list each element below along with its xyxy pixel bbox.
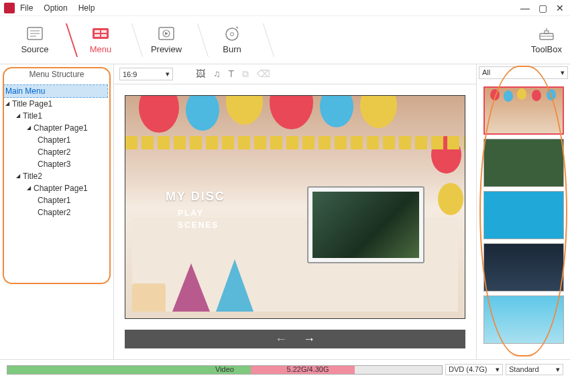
balloon-decoration: [320, 95, 353, 127]
text-tool-icon[interactable]: T: [229, 68, 235, 80]
disc-play-button[interactable]: PLAY: [178, 208, 204, 218]
maximize-button[interactable]: ▢: [536, 3, 549, 13]
balloon-decoration: [438, 183, 463, 215]
svg-point-13: [231, 33, 234, 36]
preview-icon: [157, 25, 176, 42]
tab-menu[interactable]: Menu: [74, 17, 127, 64]
music-tool-icon[interactable]: ♫: [213, 68, 221, 80]
sidebar-header: Menu Structure: [0, 67, 113, 84]
balloon-decoration: [226, 95, 263, 125]
template-thumbnail[interactable]: [483, 139, 564, 187]
status-bar: Video 5.22G/4.30G DVD (4.7G)▾ Standard▾: [0, 359, 570, 379]
template-thumbnail[interactable]: [483, 86, 564, 135]
tab-separator: [62, 17, 74, 64]
tree-title1[interactable]: ◢Title1: [16, 110, 108, 122]
svg-rect-7: [95, 34, 100, 37]
template-thumbnail[interactable]: [483, 243, 564, 291]
tree-title2[interactable]: ◢Title2: [16, 170, 108, 182]
balloon-decoration: [360, 95, 397, 128]
svg-rect-16: [545, 31, 549, 34]
tree-chapter-page1-2[interactable]: ◢Chapter Page1: [27, 182, 108, 194]
preview-nav: ← →: [125, 330, 465, 348]
template-thumbnail[interactable]: [483, 191, 564, 239]
template-panel: All▾: [476, 64, 570, 359]
tree-title-page1[interactable]: ◢Title Page1: [5, 98, 108, 110]
balloon-decoration: [139, 95, 179, 133]
tab-burn[interactable]: Burn: [205, 17, 259, 64]
burn-icon: [223, 25, 241, 42]
tree-chapter1-2[interactable]: Chapter1: [38, 194, 108, 206]
tab-separator: [193, 17, 205, 64]
template-thumbnail[interactable]: [483, 296, 564, 344]
tree-chapter2[interactable]: Chapter2: [38, 146, 108, 158]
svg-rect-6: [101, 30, 107, 33]
tree-chapter2-2[interactable]: Chapter2: [38, 206, 108, 218]
preview-toolbar: 16:9▾ 🖼 ♫ T ⧉ ⌫: [114, 64, 476, 84]
copy-tool-icon[interactable]: ⧉: [242, 68, 249, 80]
menu-option[interactable]: Option: [44, 3, 67, 13]
title-bar: File Option Help — ▢ ✕: [0, 0, 570, 16]
tab-preview-label: Preview: [151, 44, 182, 54]
aspect-ratio-select[interactable]: 16:9▾: [119, 68, 173, 80]
progress-size: 5.22G/4.30G: [287, 365, 329, 373]
preview-area: 16:9▾ 🖼 ♫ T ⧉ ⌫ MY DISC PLAY: [114, 64, 476, 359]
menu-help[interactable]: Help: [78, 3, 95, 13]
app-logo: [4, 3, 15, 13]
caret-icon: ◢: [27, 122, 32, 134]
toolbox-button[interactable]: ToolBox: [531, 25, 562, 54]
party-hat-decoration: [172, 263, 210, 312]
main-content: Menu Structure Main Menu ◢Title Page1 ◢T…: [0, 64, 570, 359]
tab-separator: [127, 17, 139, 64]
tree-chapter3[interactable]: Chapter3: [38, 158, 108, 170]
svg-rect-4: [93, 28, 109, 39]
tab-preview[interactable]: Preview: [139, 17, 193, 64]
caret-icon: ◢: [27, 182, 32, 194]
quality-select[interactable]: Standard▾: [506, 364, 563, 375]
prev-page-button[interactable]: ←: [275, 332, 287, 346]
chevron-down-icon: ▾: [496, 365, 500, 374]
cake-decoration: [132, 283, 166, 312]
disc-type-select[interactable]: DVD (4.7G)▾: [445, 364, 503, 375]
toolbox-icon: [537, 25, 556, 42]
svg-rect-5: [95, 30, 100, 33]
menu-structure-sidebar: Menu Structure Main Menu ◢Title Page1 ◢T…: [0, 64, 114, 359]
caret-icon: ◢: [5, 98, 11, 110]
image-tool-icon[interactable]: 🖼: [196, 68, 205, 80]
tree-main-menu[interactable]: Main Menu: [3, 84, 108, 98]
delete-tool-icon[interactable]: ⌫: [257, 68, 270, 80]
progress-label: Video: [215, 365, 234, 373]
close-button[interactable]: ✕: [554, 3, 566, 13]
tab-burn-label: Burn: [223, 44, 241, 54]
tab-source[interactable]: Source: [8, 17, 62, 64]
window-controls: — ▢ ✕: [519, 3, 566, 13]
template-filter-select[interactable]: All▾: [479, 66, 568, 79]
menu-file[interactable]: File: [20, 3, 33, 13]
menu-preview[interactable]: MY DISC PLAY SCENES: [125, 95, 465, 319]
minimize-button[interactable]: —: [519, 3, 531, 13]
caret-icon: ◢: [16, 170, 21, 182]
balloon-decoration: [270, 95, 313, 129]
tab-separator: [259, 17, 271, 64]
chevron-down-icon: ▾: [166, 70, 170, 78]
toolbox-label: ToolBox: [531, 44, 562, 54]
tree-chapter1[interactable]: Chapter1: [38, 134, 108, 146]
bunting-decoration: [125, 136, 465, 149]
next-page-button[interactable]: →: [303, 332, 315, 346]
tree-chapter-page1[interactable]: ◢Chapter Page1: [27, 122, 108, 134]
menu-icon: [91, 25, 110, 42]
disc-title-text[interactable]: MY DISC: [166, 190, 225, 204]
svg-marker-11: [165, 32, 168, 36]
source-icon: [25, 25, 44, 42]
chevron-down-icon: ▾: [561, 68, 565, 77]
toolbar: Source Menu Preview Burn ToolBox: [0, 16, 570, 64]
menu-bar: File Option Help: [20, 3, 519, 13]
disc-usage-bar: Video 5.22G/4.30G: [7, 365, 443, 375]
tab-source-label: Source: [21, 44, 48, 54]
chevron-down-icon: ▾: [556, 365, 560, 374]
menu-tree: Main Menu ◢Title Page1 ◢Title1 ◢Chapter …: [0, 84, 113, 218]
video-thumbnail[interactable]: [307, 186, 424, 263]
svg-point-12: [226, 28, 238, 40]
tab-menu-label: Menu: [90, 44, 112, 54]
disc-scenes-button[interactable]: SCENES: [178, 220, 219, 230]
svg-rect-8: [101, 34, 107, 37]
